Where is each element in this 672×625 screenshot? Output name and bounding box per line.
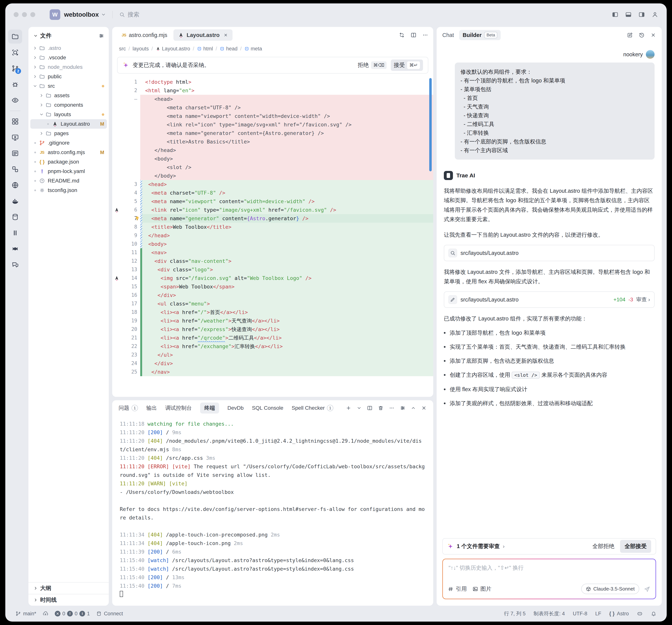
source-control-icon[interactable]: 2 (8, 62, 22, 75)
panel-tab-问题[interactable]: 问题1 (119, 403, 138, 413)
terminal-settings-icon[interactable] (400, 405, 406, 411)
reject-all-button[interactable]: 全部拒绝 (593, 543, 615, 550)
new-terminal-icon[interactable] (346, 405, 351, 411)
split-editor-icon[interactable] (410, 32, 416, 38)
panel-tab-终端[interactable]: 终端 (200, 403, 219, 413)
tree-file-Layout.astro[interactable]: Layout.astroM (30, 119, 107, 129)
editor-tab-astro.config.mjs[interactable]: JSastro.config.mjs (117, 29, 172, 41)
file-reference-card[interactable]: src/layouts/Layout.astro (444, 245, 654, 261)
database-icon[interactable] (8, 210, 22, 224)
tree-folder-pages[interactable]: pages (30, 129, 107, 138)
global-search[interactable]: 搜索 (119, 10, 139, 19)
search-scan-icon[interactable] (8, 46, 22, 59)
status-item[interactable]: 制表符长度: 4 (533, 610, 565, 617)
tree-file-.gitignore[interactable]: .gitignore (30, 138, 107, 148)
breadcrumb-item-meta[interactable]: meta (244, 46, 262, 52)
extensions-grid-icon[interactable] (8, 115, 22, 128)
globe-icon[interactable] (8, 178, 22, 192)
history-icon[interactable] (639, 32, 645, 38)
chat-messages[interactable]: nookery 修改默认的布局组件，要求： - 有一个顶部的导航栏，包含 log… (437, 43, 662, 534)
notifications-bell-icon[interactable] (651, 611, 656, 617)
language-mode[interactable]: { } Astro (609, 611, 629, 617)
breadcrumb-item-html[interactable]: html (197, 46, 213, 52)
status-item[interactable]: LF (595, 611, 601, 617)
compare-changes-icon[interactable] (399, 32, 405, 38)
breadcrumb-item-layouts[interactable]: layouts (133, 46, 149, 52)
code-editor[interactable]: 1<!doctype html>2<html lang="en">–<head>… (112, 75, 433, 397)
outline-section[interactable]: 大纲 (28, 582, 109, 594)
tree-folder-components[interactable]: components (30, 100, 107, 110)
tab-builder[interactable]: Builder Beta (459, 30, 501, 40)
chevron-down-icon[interactable] (33, 33, 38, 38)
timeline-section[interactable]: 时间线 (28, 594, 109, 606)
model-selector[interactable]: Claude-3.5-Sonnet (581, 584, 639, 594)
review-link[interactable]: 审查 › (636, 296, 650, 303)
copilot-icon[interactable] (637, 610, 643, 617)
chevron-down-icon[interactable] (101, 12, 106, 17)
traffic-light-minimize[interactable] (22, 12, 27, 17)
sync-changes-button[interactable] (43, 611, 48, 617)
debug-icon[interactable] (8, 77, 22, 91)
problems-indicator[interactable]: ✕ 0 ! 0 i 1 (55, 611, 90, 617)
tree-folder-node_modules[interactable]: node_modules (30, 62, 107, 72)
status-item[interactable]: UTF-8 (573, 611, 587, 617)
panel-tab-调试控制台[interactable]: 调试控制台 (165, 403, 192, 413)
toggle-right-panel-icon[interactable] (638, 11, 645, 18)
tree-folder-public[interactable]: public (30, 72, 107, 81)
files-icon[interactable] (8, 29, 22, 44)
tree-file-pnpm-lock.yaml[interactable]: !pnpm-lock.yaml (30, 167, 107, 176)
tree-folder-assets[interactable]: assets (30, 91, 107, 100)
editor-scrollbar-thumb[interactable] (429, 78, 432, 171)
filter-icon[interactable] (99, 33, 104, 39)
remote-monitor-icon[interactable] (8, 130, 22, 144)
tree-folder-src[interactable]: src (30, 81, 107, 91)
tree-folder-.astro[interactable]: .astro (30, 43, 107, 53)
tree-file-astro.config.mjs[interactable]: JSastro.config.mjsM (30, 148, 107, 157)
toggle-bottom-panel-icon[interactable] (625, 11, 632, 18)
breadcrumb-item-head[interactable]: head (220, 46, 237, 52)
traffic-light-close[interactable] (14, 12, 19, 17)
lightbulb-icon[interactable] (134, 215, 140, 221)
git-branch-indicator[interactable]: main* (16, 611, 36, 617)
tree-file-tsconfig.json[interactable]: tsconfig.json (30, 186, 107, 195)
attach-image-button[interactable]: 图片 (473, 585, 491, 593)
panel-tab-DevDb[interactable]: DevDb (227, 403, 244, 413)
terminal-dropdown-icon[interactable] (357, 406, 362, 410)
new-chat-icon[interactable] (627, 32, 633, 38)
close-chat-icon[interactable] (650, 32, 656, 38)
accept-all-button[interactable]: 全部接受 (620, 540, 651, 553)
account-icon[interactable] (651, 11, 658, 18)
editor-tab-Layout.astro[interactable]: Layout.astro (173, 29, 233, 41)
more-icon[interactable] (389, 405, 394, 411)
preview-eye-icon[interactable] (8, 93, 22, 107)
close-tab-icon[interactable] (223, 33, 228, 37)
terminal-output[interactable]: 11:11:18 watching for file changes...11:… (112, 416, 433, 606)
candy-icon[interactable] (8, 242, 22, 256)
maximize-panel-icon[interactable] (411, 406, 416, 410)
pause-icon[interactable] (8, 226, 22, 240)
db-connect-button[interactable]: Connect (96, 611, 123, 617)
kill-terminal-icon[interactable] (378, 405, 384, 411)
tree-folder-layouts[interactable]: layouts (30, 110, 107, 119)
status-item[interactable]: 行 7, 列 5 (504, 610, 526, 617)
docker-icon[interactable] (8, 194, 22, 208)
tab-chat[interactable]: Chat (442, 32, 454, 38)
toggle-left-panel-icon[interactable] (612, 11, 619, 18)
tree-file-README.md[interactable]: README.md (30, 176, 107, 186)
project-title[interactable]: webtoolbox (64, 11, 99, 18)
more-actions-icon[interactable] (422, 32, 428, 38)
review-count-text[interactable]: 1 个文件需要审查 (457, 543, 500, 550)
breadcrumb-item-Layout.astro[interactable]: Layout.astro (155, 46, 190, 52)
file-edit-card[interactable]: src/layouts/Layout.astro +104 -3 审查 › (444, 291, 654, 308)
traffic-light-zoom[interactable] (30, 12, 35, 17)
send-icon[interactable] (643, 585, 651, 593)
output-list-icon[interactable] (8, 146, 22, 160)
accept-changes-button[interactable]: 接受 ⌘↵ (391, 59, 423, 71)
tree-folder-.vscode[interactable]: .vscode (30, 53, 107, 62)
panel-tab-输出[interactable]: 输出 (146, 403, 157, 413)
panel-tab-Spell Checker[interactable]: Spell Checker1 (292, 403, 333, 413)
tree-file-package.json[interactable]: { }package.json (30, 157, 107, 167)
components-blocks-icon[interactable] (8, 162, 22, 176)
reject-changes-button[interactable]: 拒绝 ⌘⌫ (358, 62, 387, 69)
quote-reference-button[interactable]: 引用 (448, 585, 467, 593)
